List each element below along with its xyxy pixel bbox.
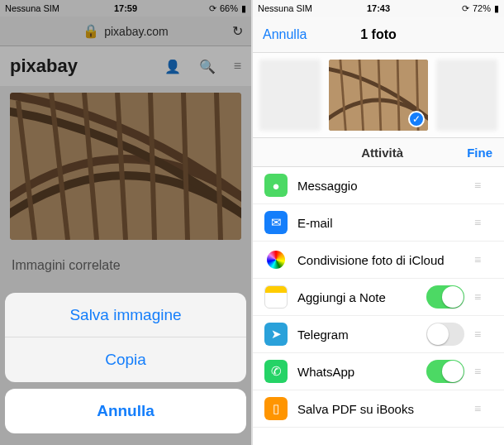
toggle-telegram[interactable] bbox=[426, 323, 464, 346]
row-label: Aggiungi a Note bbox=[297, 290, 416, 304]
nav-cancel-button[interactable]: Annulla bbox=[263, 27, 307, 42]
clock: 17:43 bbox=[367, 3, 390, 13]
nav-title: 1 foto bbox=[360, 27, 397, 42]
reorder-grip-icon[interactable]: ≡ bbox=[474, 328, 492, 341]
thumbnail-strip: ✓ bbox=[253, 53, 504, 137]
done-button[interactable]: Fine bbox=[467, 146, 492, 160]
messaggio-icon: ● bbox=[264, 174, 288, 197]
battery-pct: 72% bbox=[473, 3, 491, 13]
activity-row-telegram[interactable]: ➤Telegram≡ bbox=[253, 316, 504, 353]
nav-bar: Annulla 1 foto bbox=[253, 17, 504, 53]
reorder-grip-icon[interactable]: ≡ bbox=[474, 216, 492, 229]
row-label: Telegram bbox=[297, 328, 416, 342]
row-label: Salva PDF su iBooks bbox=[297, 402, 464, 416]
reorder-grip-icon[interactable]: ≡ bbox=[474, 402, 492, 415]
thumbnail-selected[interactable]: ✓ bbox=[329, 60, 428, 131]
ibooks-icon: ▯ bbox=[264, 397, 288, 420]
status-bar: Nessuna SIM 17:43 ⟳ 72% ▮ bbox=[253, 0, 504, 17]
section-header: Attività Fine bbox=[253, 137, 504, 167]
activity-row-email[interactable]: ✉E-mail≡ bbox=[253, 204, 504, 242]
toggle-note[interactable] bbox=[426, 285, 464, 309]
action-sheet: Salva immagine Copia Annulla bbox=[5, 293, 246, 440]
reorder-grip-icon[interactable]: ≡ bbox=[474, 290, 492, 304]
notes-icon bbox=[264, 285, 288, 309]
activity-row-icloud[interactable]: Condivisione foto di iCloud≡ bbox=[253, 242, 504, 279]
email-icon: ✉ bbox=[264, 211, 288, 234]
reorder-grip-icon[interactable]: ≡ bbox=[474, 253, 492, 266]
right-screen: Nessuna SIM 17:43 ⟳ 72% ▮ Annulla 1 foto… bbox=[253, 0, 504, 445]
save-image-button[interactable]: Salva immagine bbox=[5, 293, 246, 337]
row-label: Messaggio bbox=[297, 179, 464, 193]
left-screen: Nessuna SIM 17:59 ⟳ 66% ▮ 🔒 pixabay.com … bbox=[0, 0, 251, 445]
toggle-whatsapp[interactable] bbox=[426, 360, 464, 383]
activity-list: ●Messaggio≡✉E-mail≡Condivisione foto di … bbox=[253, 167, 504, 428]
lock-icon: ⟳ bbox=[462, 3, 469, 14]
carrier: Nessuna SIM bbox=[258, 3, 312, 13]
thumb-adjacent[interactable] bbox=[259, 60, 321, 131]
thumb-adjacent[interactable] bbox=[436, 60, 497, 131]
activity-row-messaggio[interactable]: ●Messaggio≡ bbox=[253, 167, 504, 204]
row-label: E-mail bbox=[297, 216, 464, 230]
telegram-icon: ➤ bbox=[264, 323, 288, 346]
section-title: Attività bbox=[297, 146, 467, 160]
row-label: WhatsApp bbox=[297, 365, 416, 379]
row-label: Condivisione foto di iCloud bbox=[297, 253, 464, 267]
photos-icon bbox=[267, 251, 285, 269]
copy-button[interactable]: Copia bbox=[5, 337, 246, 382]
activity-row-note[interactable]: Aggiungi a Note≡ bbox=[253, 279, 504, 316]
whatsapp-icon: ✆ bbox=[264, 360, 288, 383]
reorder-grip-icon[interactable]: ≡ bbox=[474, 179, 492, 192]
check-icon: ✓ bbox=[408, 111, 425, 127]
svg-line-12 bbox=[397, 60, 399, 131]
activity-row-whatsapp[interactable]: ✆WhatsApp≡ bbox=[253, 353, 504, 390]
activity-row-ibooks[interactable]: ▯Salva PDF su iBooks≡ bbox=[253, 390, 504, 428]
reorder-grip-icon[interactable]: ≡ bbox=[474, 365, 492, 378]
battery-icon: ▮ bbox=[494, 3, 499, 14]
cancel-button[interactable]: Annulla bbox=[5, 389, 246, 433]
